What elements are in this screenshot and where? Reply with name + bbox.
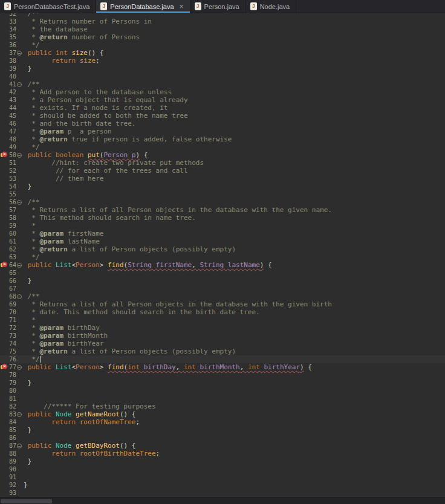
gutter: ×64	[0, 261, 22, 269]
code-line: 86	[0, 434, 445, 442]
code-line: 49 */	[0, 143, 445, 151]
fold-empty-slot	[16, 426, 22, 434]
gutter: 43	[0, 96, 22, 104]
token-cmt: *	[24, 324, 40, 332]
gutter: 56	[0, 198, 22, 206]
code-line: 37 public int size() {	[0, 49, 445, 57]
token-cmt: a list of Person objects (possibly empty…	[68, 245, 236, 253]
token-kw: public	[28, 410, 56, 418]
gutter: 59	[0, 222, 22, 230]
token-kw: public	[28, 363, 56, 371]
fold-collapse-icon[interactable]	[17, 263, 22, 268]
token-cmt: * Returns a list of all Person objects i…	[24, 300, 332, 308]
fold-collapse-icon[interactable]	[17, 294, 22, 299]
code-line: ×77 public List<Person> find(int birthDa…	[0, 363, 445, 371]
token-pln: )	[300, 363, 304, 371]
token-cmt: *	[24, 135, 40, 143]
fold-collapse-icon[interactable]	[17, 153, 22, 158]
line-number: 87	[7, 442, 16, 450]
fold-empty-slot	[16, 120, 22, 128]
line-number: 62	[7, 245, 16, 253]
gutter: 60	[0, 230, 22, 237]
scrollbar-thumb[interactable]	[1, 499, 52, 503]
token-pln: }	[24, 277, 31, 285]
line-number: 80	[7, 387, 16, 395]
gutter-icon-slot	[1, 395, 7, 402]
token-cmt: /**	[24, 13, 40, 18]
code-line: 92}	[0, 481, 445, 489]
editor-pane[interactable]: 32 /**33 * Returns number of Persons in3…	[0, 13, 445, 497]
line-number: 61	[7, 237, 16, 245]
code-text: }	[22, 426, 31, 434]
line-number: 79	[7, 379, 16, 387]
close-icon[interactable]: ×	[180, 3, 184, 10]
gutter: 62	[0, 245, 22, 253]
gutter: 38	[0, 57, 22, 65]
fold-slot	[16, 410, 22, 418]
error-quickfix-icon[interactable]: ×	[1, 364, 7, 370]
horizontal-scrollbar[interactable]	[0, 497, 445, 504]
token-cmt: p a person	[63, 128, 111, 135]
token-pln: ,	[176, 363, 184, 371]
token-pln	[24, 57, 51, 65]
code-text: * date. This method should search in the…	[22, 308, 260, 316]
fold-collapse-icon[interactable]	[17, 82, 22, 87]
gutter-icon-slot	[1, 380, 7, 386]
code-text: */	[22, 253, 40, 261]
gutter-icon-slot	[1, 230, 7, 237]
line-number: 76	[7, 355, 16, 363]
token-pln: {	[264, 261, 271, 269]
tab-node-java[interactable]: JNode.java	[246, 0, 297, 13]
tab-persondatabasetest-java[interactable]: JPersonDatabaseTest.java	[0, 0, 96, 13]
tab-person-java[interactable]: JPerson.java	[190, 0, 246, 13]
code-line: 56 /**	[0, 198, 445, 206]
fold-empty-slot	[16, 347, 22, 355]
token-pln	[24, 442, 28, 450]
fold-collapse-icon[interactable]	[17, 365, 22, 370]
line-number: 44	[7, 104, 16, 112]
gutter-icon-slot	[1, 167, 7, 174]
error-quickfix-icon[interactable]: ×	[1, 262, 7, 268]
gutter-icon-slot	[1, 215, 7, 221]
error-quickfix-icon[interactable]: ×	[1, 152, 7, 158]
code-text: return rootOfNameTree;	[22, 418, 140, 426]
fold-collapse-icon[interactable]	[17, 200, 22, 205]
gutter-icon-slot	[1, 50, 7, 56]
gutter: 72	[0, 324, 22, 332]
code-text: * @param birthMonth	[22, 332, 108, 340]
code-line: 32 /**	[0, 13, 445, 18]
tab-persondatabase-java[interactable]: JPersonDatabase.java×	[96, 0, 190, 13]
token-tag: @param	[40, 324, 64, 332]
token-cmt: */	[24, 355, 40, 363]
gutter: 54	[0, 183, 22, 190]
line-number: 70	[7, 308, 16, 316]
fold-empty-slot	[16, 355, 22, 363]
java-file-icon: J	[250, 2, 257, 10]
token-mth: getNameRoot	[76, 410, 120, 418]
gutter-icon-slot	[1, 89, 7, 95]
line-number: 36	[7, 41, 16, 49]
fold-collapse-icon[interactable]	[17, 444, 22, 448]
gutter-icon-slot	[1, 277, 7, 284]
gutter: 86	[0, 434, 22, 442]
token-cmt: birthYear	[63, 340, 103, 347]
code-text: */	[22, 41, 40, 49]
token-cmt: * the database	[24, 25, 88, 33]
token-pln: }	[24, 65, 31, 73]
code-text	[22, 465, 24, 473]
gutter-icon-slot	[1, 450, 7, 457]
line-number: 45	[7, 112, 16, 120]
fold-empty-slot	[16, 489, 22, 497]
fold-collapse-icon[interactable]	[17, 412, 22, 417]
fold-empty-slot	[16, 481, 22, 489]
fold-collapse-icon[interactable]	[17, 51, 22, 56]
tab-label: PersonDatabase.java	[110, 3, 174, 10]
line-number: 58	[7, 214, 16, 222]
gutter-icon-slot	[1, 435, 7, 441]
token-kw: public	[28, 261, 56, 269]
token-cmt: //hint: create two private put methods	[24, 159, 204, 167]
line-number: 78	[7, 371, 16, 379]
code-line: 60 * @param firstName	[0, 230, 445, 237]
gutter: 53	[0, 175, 22, 183]
line-number: 38	[7, 57, 16, 65]
